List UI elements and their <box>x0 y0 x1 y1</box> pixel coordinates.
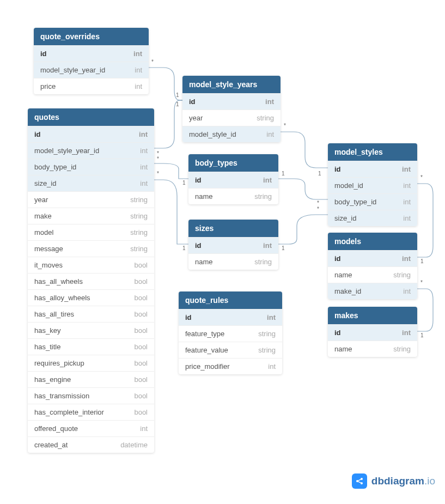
column-type: string <box>130 212 148 220</box>
table-column[interactable]: has_all_wheelsbool <box>28 273 154 289</box>
column-name: has_alloy_wheels <box>34 294 90 302</box>
table-column[interactable]: feature_valuestring <box>179 342 282 358</box>
table-header: makes <box>328 307 417 324</box>
table-column[interactable]: size_idint <box>28 175 154 191</box>
cardinality: * <box>317 206 319 212</box>
table-column[interactable]: make_idint <box>328 283 417 299</box>
table-column[interactable]: requires_pickupbool <box>28 355 154 371</box>
cardinality: 1 <box>282 171 285 177</box>
table-column[interactable]: offered_quoteint <box>28 420 154 436</box>
table-column[interactable]: has_transmissionbool <box>28 387 154 404</box>
table-column[interactable]: idint <box>28 126 154 142</box>
table-column[interactable]: idint <box>188 172 278 188</box>
table-column[interactable]: idint <box>182 93 281 110</box>
column-type: bool <box>134 261 148 269</box>
cardinality: 1 <box>182 245 186 251</box>
table-column[interactable]: has_all_tiresbool <box>28 306 154 322</box>
table-column[interactable]: body_type_idint <box>28 159 154 175</box>
table-column[interactable]: idint <box>188 237 278 253</box>
column-type: int <box>263 176 272 184</box>
column-type: bool <box>134 359 148 367</box>
table-body-types[interactable]: body_typesidintnamestring <box>188 154 278 204</box>
table-column[interactable]: modelstring <box>28 224 154 240</box>
table-column[interactable]: it_movesbool <box>28 257 154 273</box>
table-column[interactable]: idint <box>328 250 417 266</box>
column-name: message <box>34 245 63 253</box>
table-column[interactable]: body_type_idint <box>328 193 417 210</box>
column-type: int <box>140 179 148 187</box>
column-type: int <box>140 147 148 155</box>
column-type: string <box>258 330 276 338</box>
table-column[interactable]: namestring <box>328 341 417 357</box>
column-type: bool <box>134 277 148 286</box>
watermark-text: dbdiagram.io <box>371 475 435 487</box>
column-type: bool <box>134 310 148 318</box>
column-name: model <box>34 228 53 236</box>
column-type: int <box>139 130 148 138</box>
table-column[interactable]: model_idint <box>328 177 417 193</box>
column-name: year <box>189 114 203 122</box>
table-column[interactable]: model_style_idint <box>182 126 281 142</box>
column-name: price_modifier <box>185 362 230 371</box>
table-column[interactable]: namestring <box>328 266 417 283</box>
table-column[interactable]: has_keybool <box>28 322 154 338</box>
table-model-style-years[interactable]: model_style_yearsidintyearstringmodel_st… <box>182 76 281 142</box>
table-column[interactable]: idint <box>328 324 417 341</box>
table-column[interactable]: created_atdatetime <box>28 436 154 453</box>
table-column[interactable]: has_complete_interiorbool <box>28 404 154 420</box>
column-type: int <box>135 66 142 74</box>
table-column[interactable]: yearstring <box>182 110 281 126</box>
table-column[interactable]: model_style_year_idint <box>28 142 154 159</box>
table-column[interactable]: yearstring <box>28 191 154 208</box>
column-name: has_all_tires <box>34 310 74 318</box>
table-makes[interactable]: makesidintnamestring <box>328 307 417 357</box>
cardinality: 1 <box>282 245 285 251</box>
table-column[interactable]: idint <box>328 161 417 177</box>
table-quotes[interactable]: quotesidintmodel_style_year_idintbody_ty… <box>28 108 154 453</box>
column-type: bool <box>134 343 148 351</box>
column-type: int <box>133 50 142 58</box>
column-name: created_at <box>34 441 68 449</box>
column-type: int <box>402 165 411 173</box>
table-column[interactable]: price_modifierint <box>179 358 282 374</box>
table-column[interactable]: makestring <box>28 208 154 224</box>
column-type: string <box>393 345 411 353</box>
column-name: make_id <box>334 287 361 295</box>
table-quote-overrides[interactable]: quote_overridesidintmodel_style_year_idi… <box>34 28 149 94</box>
column-type: int <box>403 214 411 222</box>
table-column[interactable]: has_titlebool <box>28 338 154 355</box>
table-sizes[interactable]: sizesidintnamestring <box>188 220 278 270</box>
cardinality: * <box>151 59 154 65</box>
column-type: string <box>254 258 272 266</box>
cardinality: * <box>420 280 423 286</box>
column-type: int <box>263 241 272 250</box>
column-type: bool <box>134 326 148 335</box>
table-column[interactable]: priceint <box>34 78 149 94</box>
table-model-styles[interactable]: model_stylesidintmodel_idintbody_type_id… <box>328 143 417 226</box>
table-column[interactable]: size_idint <box>328 210 417 226</box>
column-name: name <box>195 192 213 201</box>
table-column[interactable]: has_enginebool <box>28 371 154 387</box>
column-name: has_title <box>34 343 60 351</box>
cardinality: 1 <box>420 258 424 264</box>
cardinality: * <box>157 171 159 177</box>
column-name: id <box>34 130 41 138</box>
table-header: models <box>328 233 417 250</box>
table-column[interactable]: idint <box>179 309 282 325</box>
table-models[interactable]: modelsidintnamestringmake_idint <box>328 233 417 299</box>
column-name: requires_pickup <box>34 359 84 367</box>
column-type: int <box>403 198 411 206</box>
cardinality: 1 <box>176 101 179 107</box>
table-quote-rules[interactable]: quote_rulesidintfeature_typestringfeatur… <box>179 292 282 374</box>
table-column[interactable]: idint <box>34 45 149 62</box>
column-type: string <box>393 271 411 279</box>
table-column[interactable]: has_alloy_wheelsbool <box>28 289 154 306</box>
column-type: int <box>135 82 142 90</box>
table-column[interactable]: messagestring <box>28 240 154 257</box>
column-name: feature_type <box>185 330 224 338</box>
table-column[interactable]: feature_typestring <box>179 325 282 342</box>
table-column[interactable]: model_style_year_idint <box>34 62 149 78</box>
column-name: name <box>195 258 213 266</box>
table-column[interactable]: namestring <box>188 253 278 270</box>
table-column[interactable]: namestring <box>188 188 278 204</box>
